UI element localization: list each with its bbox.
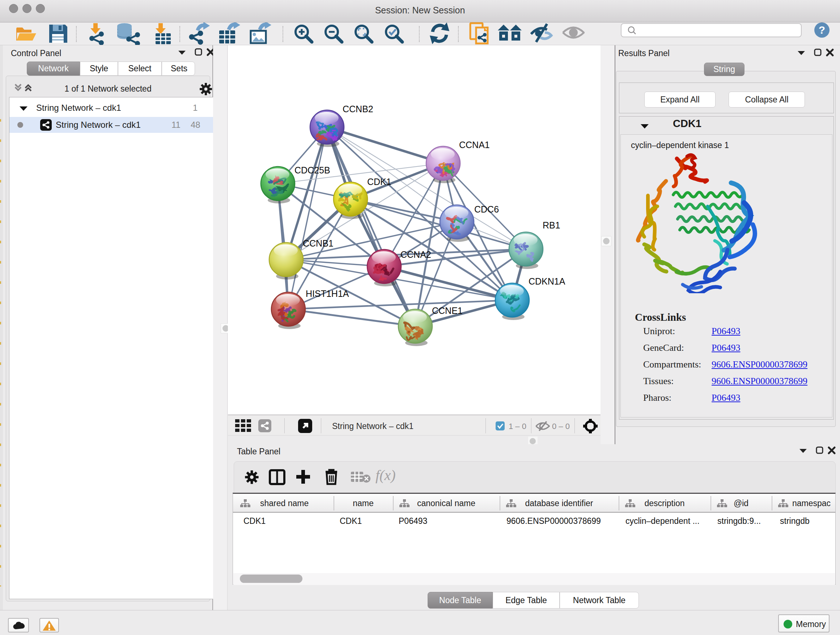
svg-text:CDKN1A: CDKN1A <box>529 276 565 287</box>
svg-text:CDC25B: CDC25B <box>294 165 330 175</box>
svg-text:CCNA2: CCNA2 <box>401 249 431 260</box>
svg-text:HIST1H1A: HIST1H1A <box>306 288 349 299</box>
svg-text:CCNB1: CCNB1 <box>303 238 333 249</box>
svg-text:CCNB2: CCNB2 <box>343 104 373 114</box>
svg-text:CDC6: CDC6 <box>474 204 499 214</box>
svg-text:CCNE1: CCNE1 <box>432 306 463 316</box>
svg-text:RB1: RB1 <box>543 220 561 230</box>
svg-text:CDK1: CDK1 <box>367 177 392 187</box>
svg-text:CCNA1: CCNA1 <box>459 140 490 150</box>
